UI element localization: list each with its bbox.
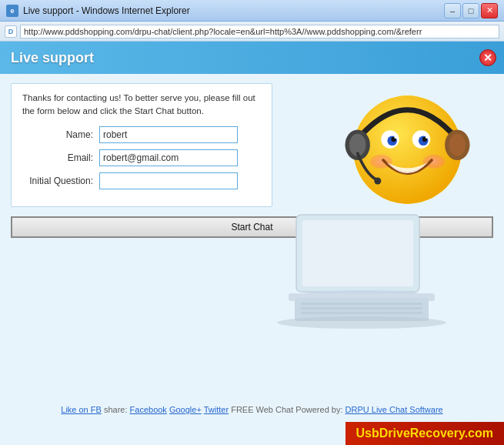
window-title: Live support - Windows Internet Explorer — [23, 5, 444, 16]
address-input[interactable] — [20, 25, 499, 38]
question-label: Initial Question: — [22, 176, 99, 186]
header-close-button[interactable]: ✕ — [479, 49, 496, 66]
live-support-header: Live support ✕ — [0, 42, 504, 74]
form-area: Thanks for contacting us! To better serv… — [11, 83, 272, 207]
svg-point-8 — [277, 316, 446, 329]
name-label: Name: — [22, 129, 99, 140]
main-content: Live support ✕ Thanks for contacting us!… — [0, 42, 504, 445]
address-bar: D — [0, 22, 504, 42]
svg-rect-1 — [302, 220, 413, 286]
laptop-illustration — [273, 207, 458, 338]
page-icon: D — [5, 25, 17, 38]
maximize-button[interactable]: □ — [462, 3, 479, 18]
share-label: share: — [104, 405, 128, 414]
question-row: Initial Question: — [22, 172, 261, 189]
minimize-button[interactable]: – — [444, 3, 461, 18]
live-support-title: Live support — [11, 50, 94, 66]
email-row: Email: — [22, 149, 261, 166]
window-controls: – □ ✕ — [444, 3, 498, 18]
twitter-link[interactable]: Twitter — [204, 405, 229, 414]
bottom-banner: UsbDriveRecovery.com — [345, 422, 504, 445]
like-on-fb-link[interactable]: Like on FB — [61, 405, 102, 414]
emoji-mascot — [335, 84, 473, 222]
titlebar: e Live support - Windows Internet Explor… — [0, 0, 504, 22]
browser-icon: e — [6, 5, 18, 17]
drpu-link[interactable]: DRPU Live Chat Software — [345, 405, 443, 414]
name-input[interactable] — [99, 126, 238, 143]
svg-point-14 — [449, 134, 466, 156]
window-close-button[interactable]: ✕ — [481, 3, 498, 18]
svg-rect-7 — [301, 312, 422, 314]
form-intro: Thanks for contacting us! To better serv… — [22, 92, 261, 119]
svg-point-15 — [374, 178, 381, 185]
mascot-area — [289, 84, 489, 361]
free-chat-label: FREE Web Chat Powered by: — [231, 405, 342, 414]
name-row: Name: — [22, 126, 261, 143]
question-input[interactable] — [99, 172, 238, 189]
svg-rect-5 — [301, 303, 422, 305]
svg-point-23 — [426, 136, 429, 139]
email-label: Email: — [22, 152, 99, 163]
facebook-link[interactable]: Facebook — [130, 405, 167, 414]
footer: Like on FB share: Facebook Google+ Twitt… — [0, 405, 504, 414]
googleplus-link[interactable]: Google+ — [169, 405, 202, 414]
svg-rect-6 — [301, 307, 422, 309]
svg-point-22 — [394, 136, 397, 139]
email-input[interactable] — [99, 149, 238, 166]
